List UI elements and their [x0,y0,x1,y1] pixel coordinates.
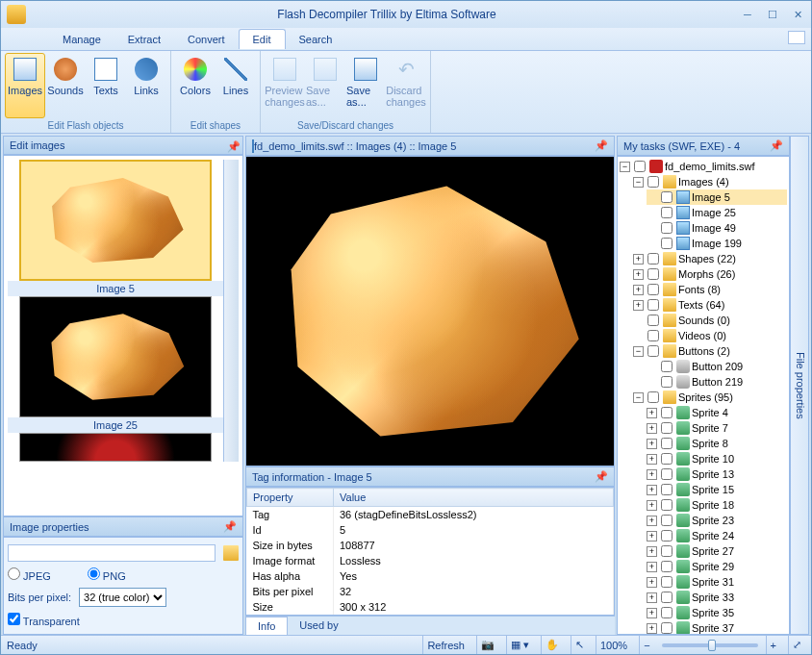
tree-sprite-item[interactable]: +Sprite 29 [647,559,787,574]
tree-sprite-item[interactable]: +Sprite 37 [647,620,787,635]
expand-icon[interactable]: + [633,269,644,280]
pin-icon[interactable]: 📌 [595,139,608,152]
transparent-checkbox[interactable]: Transparent [8,613,80,627]
expand-icon[interactable]: + [647,500,657,511]
tree-fonts[interactable]: +Fonts (8) [633,282,787,297]
task-tree[interactable]: −fd_demo_limits.swf −Images (4) Image 5 … [617,156,790,635]
menu-search[interactable]: Search [286,30,346,49]
expand-icon[interactable]: + [647,485,657,495]
pointer-icon[interactable]: ↖ [571,636,588,654]
tree-sprite-item[interactable]: +Sprite 23 [647,513,787,528]
path-input[interactable] [8,544,216,562]
preview-changes-button[interactable]: Preview changes [265,53,305,118]
discard-changes-button[interactable]: ↶Discard changes [386,53,426,118]
png-radio[interactable]: PNG [88,567,126,582]
tree-shapes[interactable]: +Shapes (22) [633,251,787,266]
tree-sprites[interactable]: −Sprites (95) [633,390,787,405]
tree-image-item[interactable]: Image 199 [647,236,787,251]
pin-icon[interactable]: 📌 [595,470,608,483]
tree-sprite-item[interactable]: +Sprite 8 [647,436,787,451]
texts-button[interactable]: Texts [86,53,126,118]
lines-button[interactable]: Lines [216,53,256,118]
tree-button-item[interactable]: Button 209 [647,359,787,374]
tree-button-item[interactable]: Button 219 [647,374,787,390]
thumbnail-item[interactable] [8,433,223,462]
expand-icon[interactable]: + [647,577,657,588]
tree-sprite-item[interactable]: +Sprite 10 [647,451,787,466]
menu-manage[interactable]: Manage [49,30,114,49]
tree-sprite-item[interactable]: +Sprite 13 [647,466,787,482]
tree-sprite-item[interactable]: +Sprite 18 [647,497,787,513]
tab-info[interactable]: Info [245,617,288,635]
pin-icon[interactable]: 📌 [770,139,783,152]
collapse-icon[interactable]: − [633,392,644,403]
tree-images[interactable]: −Images (4) [633,174,787,189]
tree-texts[interactable]: +Texts (64) [633,297,787,313]
tree-sprite-item[interactable]: +Sprite 33 [647,590,787,605]
scrollbar[interactable] [223,160,239,462]
tree-sounds[interactable]: Sounds (0) [633,313,787,328]
menu-convert[interactable]: Convert [174,30,239,49]
images-button[interactable]: Images [5,53,45,118]
links-button[interactable]: Links [126,53,166,118]
expand-icon[interactable]: + [647,469,657,480]
close-button[interactable]: ✕ [790,7,805,22]
fit-icon[interactable]: ⤢ [788,636,805,654]
collapse-icon[interactable]: − [620,162,630,172]
thumbnail-list[interactable]: Image 5 Image 25 [3,155,243,516]
tree-image-item[interactable]: Image 25 [647,205,787,220]
save-as-button[interactable]: Save as... [345,53,386,118]
bpp-select[interactable]: 32 (true color) [79,588,166,607]
menu-edit[interactable]: Edit [239,29,286,49]
tree-sprite-item[interactable]: +Sprite 4 [647,405,787,420]
tab-used-by[interactable]: Used by [288,617,349,635]
zoom-out-button[interactable]: − [639,636,653,654]
expand-icon[interactable]: + [647,592,657,603]
tree-image-item[interactable]: Image 5 [647,189,787,205]
expand-icon[interactable]: + [647,516,657,526]
tree-image-item[interactable]: Image 49 [647,220,787,236]
tree-videos[interactable]: Videos (0) [633,328,787,343]
expand-icon[interactable]: + [647,623,657,634]
thumbnail-item[interactable]: Image 25 [8,296,223,433]
maximize-button[interactable]: ☐ [765,7,780,22]
colors-button[interactable]: Colors [175,53,216,118]
expand-icon[interactable]: + [647,546,657,557]
refresh-button[interactable]: Refresh [422,636,469,654]
camera-icon[interactable]: 📷 [476,636,498,654]
minimize-button[interactable]: ─ [740,7,755,22]
expand-icon[interactable]: + [647,531,657,542]
tree-sprite-item[interactable]: +Sprite 31 [647,574,787,590]
col-value[interactable]: Value [334,489,614,507]
expand-icon[interactable]: + [647,454,657,465]
thumbnail-item[interactable]: Image 5 [8,160,223,296]
zoom-slider[interactable] [662,643,758,647]
pin-icon[interactable]: 📌 [227,140,237,150]
tree-sprite-item[interactable]: +Sprite 15 [647,482,787,497]
tree-sprite-item[interactable]: +Sprite 24 [647,528,787,543]
expand-icon[interactable]: + [647,408,657,418]
grid-icon[interactable]: ▦ ▾ [506,636,533,654]
collapse-icon[interactable]: − [633,177,644,188]
col-property[interactable]: Property [247,489,334,507]
file-properties-tab[interactable]: File properties [790,136,809,635]
expand-icon[interactable]: + [633,285,644,295]
expand-icon[interactable]: + [647,439,657,449]
tree-sprite-item[interactable]: +Sprite 7 [647,420,787,436]
toolbar-options-icon[interactable] [788,31,805,44]
tree-root[interactable]: −fd_demo_limits.swf [620,159,787,174]
hand-icon[interactable]: ✋ [541,636,563,654]
expand-icon[interactable]: + [633,300,644,311]
jpeg-radio[interactable]: JPEG [8,567,51,582]
expand-icon[interactable]: + [647,608,657,618]
tree-sprite-item[interactable]: +Sprite 27 [647,543,787,559]
sounds-button[interactable]: Sounds [45,53,86,118]
save-as-disabled-button[interactable]: Save as... [305,53,345,118]
zoom-in-button[interactable]: + [766,636,780,654]
expand-icon[interactable]: + [647,562,657,572]
tree-sprite-item[interactable]: +Sprite 35 [647,605,787,620]
expand-icon[interactable]: + [647,423,657,434]
preview-canvas[interactable] [245,156,615,466]
tree-buttons[interactable]: −Buttons (2) [633,343,787,359]
browse-icon[interactable] [223,545,239,561]
